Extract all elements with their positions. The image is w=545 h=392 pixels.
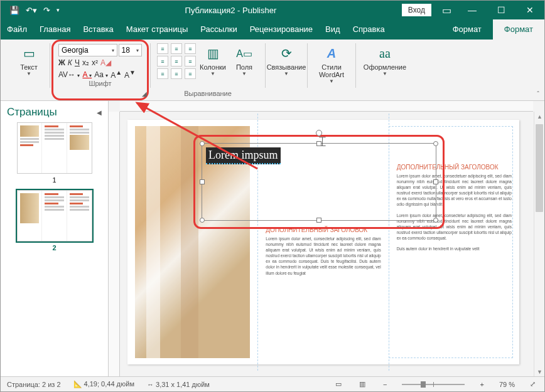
status-page[interactable]: Страница: 2 из 2: [7, 381, 61, 388]
textbox-selection[interactable]: ⌶ Lorem impsum: [202, 143, 436, 221]
body-text-1: Lorem ipsum dolor amet, consectetur adip…: [266, 236, 380, 276]
view-single-icon[interactable]: ▭: [333, 379, 344, 389]
page-thumbnail-2[interactable]: [17, 190, 92, 241]
columns-icon: ▥: [204, 45, 222, 62]
ruler-vertical[interactable]: [109, 112, 120, 377]
window-title: Публикация2 - Publisher: [60, 6, 402, 15]
ribbon-tabs: Файл Главная Вставка Макет страницы Расс…: [1, 19, 544, 40]
change-case-button[interactable]: Aa ▾: [94, 70, 108, 79]
underline-button[interactable]: Ч: [75, 58, 80, 67]
align-bc[interactable]: ≡: [171, 68, 182, 79]
align-mc[interactable]: ≡: [171, 56, 182, 66]
annotation-highlight-textbox: ⌶ Lorem impsum: [193, 135, 445, 229]
page-thumbnail-1[interactable]: [17, 122, 92, 174]
titlebar: 💾 ↶▾ ↷ ▾ Публикация2 - Publisher Вход ▭ …: [1, 1, 544, 19]
align-ml[interactable]: ≡: [157, 56, 168, 66]
tab-view[interactable]: Вид: [319, 19, 347, 40]
resize-handle[interactable]: [433, 179, 438, 184]
view-spread-icon[interactable]: ▥: [357, 379, 368, 389]
char-spacing-button[interactable]: AV↔ ▾: [58, 70, 80, 79]
page-canvas[interactable]: ДОПОЛНИТЕЛЬНЫЙ ЗАГОЛОВОК Lorem ipsum dol…: [127, 120, 519, 364]
resize-handle[interactable]: [200, 141, 205, 146]
font-size-combo[interactable]: 18▾: [119, 44, 143, 56]
canvas-area[interactable]: ДОПОЛНИТЕЛЬНЫЙ ЗАГОЛОВОК Lorem ipsum dol…: [109, 101, 544, 377]
login-button[interactable]: Вход: [402, 4, 431, 16]
quick-access-toolbar: 💾 ↶▾ ↷ ▾: [1, 6, 60, 15]
body-text-4: Duis autem dolor in hendrerit in vulputa…: [397, 246, 512, 252]
undo-icon[interactable]: ↶▾: [26, 6, 37, 15]
alignment-buttons: ≡≡≡ ≡≡≡ ≡≡≡: [157, 43, 196, 79]
collapse-panel-icon[interactable]: ◀: [97, 109, 102, 116]
zoom-level[interactable]: 79 %: [499, 381, 515, 388]
grow-font-icon[interactable]: A▲: [111, 69, 122, 80]
resize-handle[interactable]: [316, 141, 321, 146]
wordart-button[interactable]: A Стили WordArt▼: [314, 42, 349, 87]
collapse-ribbon-icon[interactable]: ˆ: [537, 90, 539, 98]
wordart-icon: A: [323, 45, 340, 62]
zoom-out-button[interactable]: −: [380, 379, 389, 389]
textbox-icon: ▭: [20, 45, 38, 62]
link-icon: ⟳: [278, 45, 295, 62]
font-name-combo[interactable]: Georgia▾: [58, 44, 117, 56]
tab-insert[interactable]: Вставка: [77, 19, 119, 40]
align-br[interactable]: ≡: [185, 68, 196, 79]
subscript-button[interactable]: x₂: [82, 58, 89, 67]
resize-handle[interactable]: [433, 218, 438, 223]
zoom-slider[interactable]: [402, 384, 465, 385]
tab-pagelayout[interactable]: Макет страницы: [120, 19, 195, 40]
font-dialog-launcher[interactable]: ◢: [142, 90, 147, 97]
shrink-font-icon[interactable]: A▼: [124, 69, 136, 80]
tab-mailings[interactable]: Рассылки: [194, 19, 243, 40]
scroll-up-icon[interactable]: ▲: [537, 114, 542, 120]
align-tl[interactable]: ≡: [157, 43, 168, 54]
margins-icon: A▭: [235, 45, 253, 62]
textbox-content[interactable]: Lorem impsum: [206, 147, 281, 164]
maximize-button[interactable]: ☐: [487, 5, 515, 15]
pages-panel-title: Страницы: [7, 106, 57, 119]
tab-home[interactable]: Главная: [33, 19, 77, 40]
status-size: 3,31 x 1,41 дюйм: [156, 381, 210, 388]
text-button[interactable]: ▭ Текст ▼: [14, 42, 43, 79]
resize-handle[interactable]: [200, 218, 205, 223]
superscript-button[interactable]: x²: [92, 58, 98, 67]
typography-icon: аа: [376, 45, 394, 62]
align-bl[interactable]: ≡: [157, 68, 168, 79]
clear-format-icon[interactable]: A◢: [100, 58, 111, 67]
statusbar: Страница: 2 из 2 📐 4,19; 0,44 дюйм ↔ 3,3…: [1, 376, 544, 391]
margins-button[interactable]: A▭ Поля▼: [230, 42, 259, 79]
resize-handle[interactable]: [316, 218, 321, 223]
link-button[interactable]: ⟳ Связывание▼: [272, 42, 301, 79]
minimize-button[interactable]: —: [458, 5, 487, 15]
tab-ctx-format-2[interactable]: Формат: [493, 19, 544, 40]
columns-button[interactable]: ▥ Колонки▼: [198, 42, 227, 79]
font-group: Georgia▾ 18▾ Ж К Ч x₂ x² A◢ AV↔ ▾ A ▾ Aa…: [51, 40, 149, 100]
font-color-button[interactable]: A ▾: [82, 70, 92, 79]
italic-button[interactable]: К: [68, 58, 72, 67]
align-mr[interactable]: ≡: [185, 56, 196, 66]
typography-button[interactable]: аа Оформление▼: [362, 42, 407, 79]
tab-file[interactable]: Файл: [1, 19, 33, 40]
zoom-fit-icon[interactable]: ⤢: [527, 379, 538, 389]
bold-button[interactable]: Ж: [58, 58, 65, 67]
scrollbar-thumb[interactable]: [536, 124, 543, 212]
tab-ctx-format-1[interactable]: Формат: [441, 19, 493, 40]
vertical-scrollbar[interactable]: ▲ ▼: [534, 112, 544, 377]
pages-panel: Страницы ◀ 1 2: [1, 101, 109, 377]
resize-handle[interactable]: [200, 179, 205, 184]
workspace: Страницы ◀ 1 2: [1, 101, 544, 377]
redo-icon[interactable]: ↷: [43, 6, 50, 15]
ruler-horizontal[interactable]: [120, 101, 533, 112]
tab-review[interactable]: Рецензирование: [244, 19, 319, 40]
tab-help[interactable]: Справка: [347, 19, 391, 40]
save-icon[interactable]: 💾: [9, 6, 19, 15]
zoom-in-button[interactable]: +: [477, 379, 486, 389]
ribbon-options-icon[interactable]: ▭: [435, 4, 458, 16]
align-tc[interactable]: ≡: [171, 43, 182, 54]
scroll-down-icon[interactable]: ▼: [537, 369, 542, 375]
status-position: 4,19; 0,44 дюйм: [84, 380, 134, 388]
align-tr[interactable]: ≡: [185, 43, 196, 54]
resize-handle[interactable]: [433, 141, 438, 146]
ribbon: ▭ Текст ▼ Georgia▾ 18▾ Ж К Ч x₂ x² A◢ AV…: [1, 40, 544, 101]
close-button[interactable]: ✕: [515, 5, 544, 15]
